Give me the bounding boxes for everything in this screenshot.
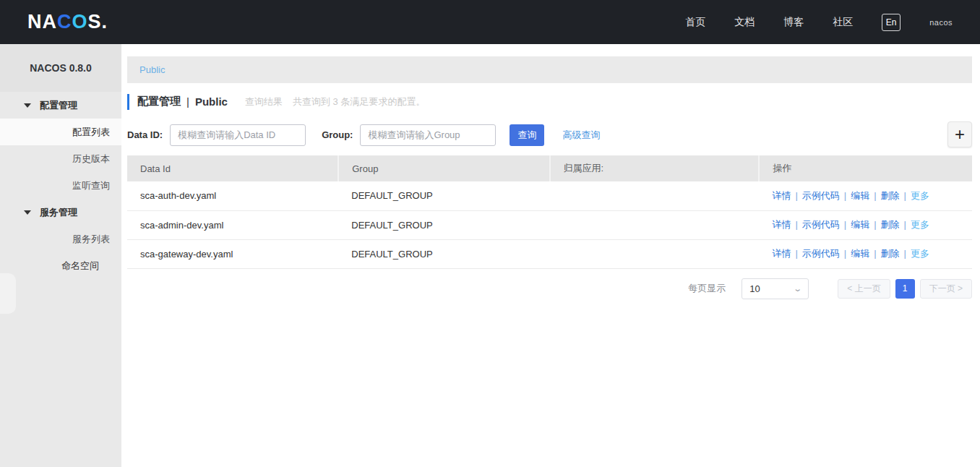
sidebar-group-label: 配置管理 <box>40 99 77 112</box>
logo-text-c: C <box>57 11 72 33</box>
cell-dataid: sca-admin-dev.yaml <box>127 210 338 239</box>
query-result-label: 查询结果 <box>245 95 283 108</box>
breadcrumb: Public <box>127 56 972 83</box>
sidebar-item-namespace[interactable]: 命名空间 <box>0 252 121 279</box>
action-separator: | <box>904 219 906 230</box>
action-separator: | <box>844 248 846 259</box>
dataid-input[interactable] <box>170 124 306 146</box>
action-separator: | <box>904 190 906 201</box>
dataid-label: Data ID: <box>127 129 163 140</box>
delete-link[interactable]: 删除 <box>881 219 900 230</box>
action-separator: | <box>844 219 846 230</box>
details-link[interactable]: 详情 <box>772 219 791 230</box>
column-header-dataid: Data Id <box>127 155 338 181</box>
action-separator: | <box>795 219 797 230</box>
nav-link-docs[interactable]: 文档 <box>734 16 755 29</box>
pagination: 每页显示 10 ⌄ < 上一页 1 下一页 > <box>127 278 972 299</box>
action-separator: | <box>844 190 846 201</box>
edit-link[interactable]: 编辑 <box>851 190 869 201</box>
cell-dataid: sca-gateway-dev.yaml <box>127 239 338 268</box>
table-header-row: Data Id Group 归属应用: 操作 <box>127 155 972 181</box>
action-separator: | <box>795 248 797 259</box>
details-link[interactable]: 详情 <box>772 248 791 259</box>
nacos-logo[interactable]: NACOS. <box>27 11 108 33</box>
page-size-select[interactable]: 10 ⌄ <box>742 278 809 299</box>
nav-link-community[interactable]: 社区 <box>833 16 853 29</box>
action-separator: | <box>874 248 876 259</box>
column-header-group: Group <box>338 155 549 181</box>
group-label: Group: <box>322 129 353 140</box>
title-accent-bar <box>127 94 129 110</box>
logo-text-o: O <box>72 11 88 33</box>
sidebar-group-service-management[interactable]: 服务管理 <box>0 199 121 226</box>
column-header-actions: 操作 <box>759 155 972 181</box>
top-navbar: NACOS. 首页 文档 博客 社区 En nacos <box>0 0 980 44</box>
search-toolbar: Data ID: Group: 查询 高级查询 + <box>127 123 972 147</box>
next-page-button[interactable]: 下一页 > <box>920 279 972 299</box>
body-row: NACOS 0.8.0 配置管理 配置列表 历史版本 监听查询 服务管理 服务列… <box>0 44 980 467</box>
current-page-button[interactable]: 1 <box>895 279 915 299</box>
add-config-button[interactable]: + <box>947 121 972 147</box>
sidebar-item-history-versions[interactable]: 历史版本 <box>0 145 121 172</box>
details-link[interactable]: 详情 <box>772 190 791 201</box>
sidebar-version-title: NACOS 0.8.0 <box>0 44 121 92</box>
cell-actions: 详情|示例代码|编辑|删除|更多 <box>759 239 972 268</box>
cell-actions: 详情|示例代码|编辑|删除|更多 <box>759 181 972 210</box>
config-table: Data Id Group 归属应用: 操作 sca-auth-dev.yaml… <box>127 155 972 269</box>
breadcrumb-namespace-link[interactable]: Public <box>139 64 165 75</box>
cell-group: DEFAULT_GROUP <box>338 210 549 239</box>
sample-code-link[interactable]: 示例代码 <box>802 219 840 230</box>
sidebar-item-listening-query[interactable]: 监听查询 <box>0 172 121 199</box>
cell-group: DEFAULT_GROUP <box>338 239 549 268</box>
cell-app <box>550 181 760 210</box>
language-toggle-button[interactable]: En <box>882 14 901 31</box>
plus-icon: + <box>955 126 965 143</box>
cell-actions: 详情|示例代码|编辑|删除|更多 <box>759 210 972 239</box>
sidebar-group-config-management[interactable]: 配置管理 <box>0 92 121 119</box>
nav-link-home[interactable]: 首页 <box>685 16 705 29</box>
sample-code-link[interactable]: 示例代码 <box>802 190 840 201</box>
table-row: sca-gateway-dev.yaml DEFAULT_GROUP 详情|示例… <box>127 239 972 268</box>
group-input[interactable] <box>360 124 496 146</box>
caret-down-icon <box>24 210 31 215</box>
table-row: sca-admin-dev.yaml DEFAULT_GROUP 详情|示例代码… <box>127 210 972 239</box>
cell-app <box>550 239 760 268</box>
page-title: 配置管理 <box>137 95 181 108</box>
delete-link[interactable]: 删除 <box>881 190 900 201</box>
sidebar-group-label: 服务管理 <box>40 206 77 219</box>
action-separator: | <box>874 190 876 201</box>
page-size-value: 10 <box>749 283 760 294</box>
action-separator: | <box>904 248 906 259</box>
action-separator: | <box>874 219 876 230</box>
page-title-namespace: Public <box>195 95 228 108</box>
chevron-down-icon: ⌄ <box>793 284 802 294</box>
delete-link[interactable]: 删除 <box>881 248 900 259</box>
nav-link-blog[interactable]: 博客 <box>783 16 804 29</box>
sidebar-item-service-list[interactable]: 服务列表 <box>0 226 121 252</box>
query-result-text: 共查询到 3 条满足要求的配置。 <box>293 95 425 108</box>
advanced-query-link[interactable]: 高级查询 <box>562 129 600 142</box>
sample-code-link[interactable]: 示例代码 <box>802 248 840 259</box>
page-size-label: 每页显示 <box>688 282 726 295</box>
sidebar-collapse-handle[interactable] <box>0 273 16 314</box>
main-content: Public 配置管理 | Public 查询结果 共查询到 3 条满足要求的配… <box>121 44 980 467</box>
edit-link[interactable]: 编辑 <box>851 219 869 230</box>
sidebar: NACOS 0.8.0 配置管理 配置列表 历史版本 监听查询 服务管理 服务列… <box>0 44 121 467</box>
title-separator: | <box>186 95 189 108</box>
page-header: 配置管理 | Public 查询结果 共查询到 3 条满足要求的配置。 <box>127 93 972 111</box>
pager: < 上一页 1 下一页 > <box>838 279 972 299</box>
action-separator: | <box>795 190 797 201</box>
sidebar-item-config-list[interactable]: 配置列表 <box>0 119 121 145</box>
more-link[interactable]: 更多 <box>911 248 929 259</box>
table-row: sca-auth-dev.yaml DEFAULT_GROUP 详情|示例代码|… <box>127 181 972 210</box>
cell-group: DEFAULT_GROUP <box>338 181 549 210</box>
edit-link[interactable]: 编辑 <box>851 248 869 259</box>
more-link[interactable]: 更多 <box>911 190 929 201</box>
prev-page-button[interactable]: < 上一页 <box>838 279 890 299</box>
more-link[interactable]: 更多 <box>911 219 929 230</box>
column-header-app: 归属应用: <box>550 155 760 181</box>
cell-dataid: sca-auth-dev.yaml <box>127 181 338 210</box>
username-menu[interactable]: nacos <box>929 18 953 27</box>
search-button[interactable]: 查询 <box>510 124 544 146</box>
nacos-console: NACOS. 首页 文档 博客 社区 En nacos NACOS 0.8.0 … <box>0 0 980 467</box>
